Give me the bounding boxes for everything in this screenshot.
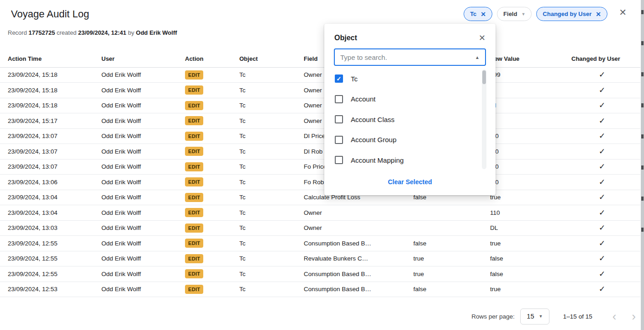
action-cell: EDIT [177,236,232,251]
column-header-changed-by-user: Changed by User [564,51,640,67]
action-badge: EDIT [185,285,203,294]
action-badge: EDIT [185,239,203,248]
rows-per-page-label: Rows per page: [471,313,515,320]
object-option[interactable]: ✓Tc [324,69,496,89]
action-time-cell: 23/09/2024, 12:53 [0,282,94,297]
table-header-row: Action Time User Action Object Field Old… [0,51,640,67]
action-time-cell: 23/09/2024, 13:03 [0,220,94,236]
object-option[interactable]: Account [324,89,496,110]
page-title: Voyage Audit Log [11,8,89,20]
created-at: 23/09/2024, 12:41 [78,29,127,36]
action-badge: EDIT [185,116,203,125]
pagination-range: 1–15 of 15 [563,313,592,320]
changed-check-icon: ✓ [599,224,605,232]
filter-chip-field-label: Field [503,11,517,17]
checkbox-icon[interactable] [335,95,343,103]
checkbox-icon[interactable] [335,115,343,123]
created-by: Odd Erik Wolff [136,29,177,36]
changed-check-icon: ✓ [599,117,605,125]
popup-title: Object [334,34,357,42]
clear-selected-link[interactable]: Clear Selected [388,178,432,186]
chevron-down-icon: ▼ [521,12,525,16]
table-row: 23/09/2024, 13:07Odd Erik WolffEDITTcDl … [0,144,640,160]
new-value-cell: true [482,282,564,297]
object-search-input[interactable] [340,53,471,61]
field-cell: Owner [296,205,406,221]
user-cell: Odd Erik Wolff [94,98,177,113]
object-cell: Tc [232,144,296,160]
object-option[interactable]: Account Group [324,130,496,150]
user-cell: Odd Erik Wolff [94,236,177,251]
old-value-cell [406,205,482,221]
action-time-cell: 23/09/2024, 15:18 [0,67,94,83]
filter-chip-tc-label: Tc [470,11,476,17]
filter-chip-tc[interactable]: Tc ✕ [464,7,492,21]
object-cell: Tc [232,175,296,190]
object-cell: Tc [232,282,296,297]
changed-check-icon: ✓ [599,147,605,156]
audit-table: Action Time User Action Object Field Old… [0,51,640,297]
changed-by-user-cell: ✓ [564,98,640,113]
old-value-cell: false [406,236,482,251]
checkbox-icon[interactable] [335,136,343,144]
filter-chip-field[interactable]: Field ▼ [497,7,532,21]
filter-chip-changed-by-user[interactable]: Changed by User ✕ [536,7,607,21]
changed-check-icon: ✓ [599,132,605,140]
action-time-cell: 23/09/2024, 13:07 [0,128,94,144]
table-row: 23/09/2024, 13:04Odd Erik WolffEDITTcCal… [0,190,640,205]
action-badge: EDIT [185,208,203,217]
changed-check-icon: ✓ [599,193,605,202]
object-option[interactable]: Account Mapping [324,150,496,170]
action-time-cell: 23/09/2024, 13:07 [0,159,94,175]
next-page-button[interactable]: › [632,310,636,322]
changed-by-user-cell: ✓ [564,83,640,98]
rows-per-page-select[interactable]: 15 ▼ [520,309,549,325]
user-cell: Odd Erik Wolff [94,128,177,144]
field-cell: Consumption Based B… [296,266,406,282]
clear-row: Clear Selected [324,170,496,195]
previous-page-button[interactable]: ‹ [612,310,617,322]
object-option[interactable]: Account Class [324,109,496,130]
new-value-cell: DL [482,220,564,236]
column-header-action-time: Action Time [0,51,94,67]
remove-filter-icon[interactable]: ✕ [480,11,486,18]
action-cell: EDIT [177,98,232,113]
user-cell: Odd Erik Wolff [94,190,177,205]
close-icon[interactable]: ✕ [619,8,627,17]
object-cell: Tc [232,159,296,175]
checkbox-icon[interactable] [335,156,343,164]
object-search-box[interactable]: ▲ [334,48,486,66]
new-value-cell: true [482,236,564,251]
action-time-cell: 23/09/2024, 12:55 [0,266,94,282]
user-cell: Odd Erik Wolff [94,175,177,190]
list-scrollbar[interactable] [482,69,486,169]
changed-by-user-cell: ✓ [564,190,640,205]
object-option-label: Account Mapping [351,156,404,164]
record-id: 17752725 [29,29,55,36]
object-cell: Tc [232,98,296,113]
remove-filter-icon[interactable]: ✕ [596,11,601,18]
user-cell: Odd Erik Wolff [94,67,177,83]
table-row: 23/09/2024, 15:18Odd Erik WolffEDITTcOwn… [0,98,640,113]
list-scrollbar-thumb[interactable] [482,70,486,84]
action-time-cell: 23/09/2024, 12:55 [0,251,94,266]
action-cell: EDIT [177,220,232,236]
checkbox-icon[interactable]: ✓ [335,75,343,83]
table-row: 23/09/2024, 12:55Odd Erik WolffEDITTcCon… [0,266,640,282]
action-cell: EDIT [177,266,232,282]
object-cell: Tc [232,266,296,282]
object-cell: Tc [232,205,296,221]
popup-close-icon[interactable]: ✕ [479,34,486,42]
changed-by-user-cell: ✓ [564,113,640,129]
column-header-user: User [94,51,177,67]
action-badge: EDIT [185,85,203,95]
column-header-object: Object [232,51,296,67]
audit-table-body: 23/09/2024, 15:18Odd Erik WolffEDITTcOwn… [0,67,640,297]
user-cell: Odd Erik Wolff [94,83,177,98]
table-row: 23/09/2024, 12:53Odd Erik WolffEDITTcCon… [0,282,640,297]
action-badge: EDIT [185,177,203,186]
by-label: by [128,29,134,36]
user-cell: Odd Erik Wolff [94,220,177,236]
caret-up-icon[interactable]: ▲ [475,55,480,60]
object-option-list: ✓TcAccountAccount ClassAccount GroupAcco… [324,69,496,170]
